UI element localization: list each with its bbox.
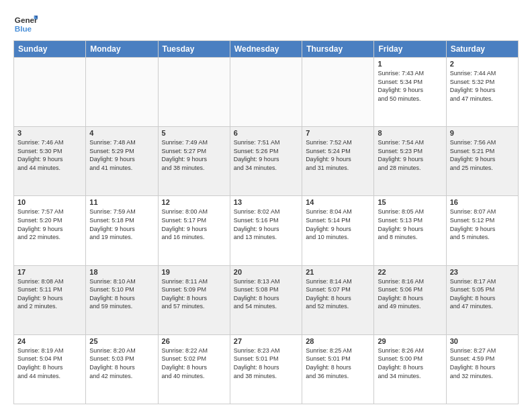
day-info: Sunrise: 8:20 AM Sunset: 5:03 PM Dayligh… xyxy=(89,347,154,380)
day-info: Sunrise: 7:59 AM Sunset: 5:18 PM Dayligh… xyxy=(89,208,154,241)
day-number: 4 xyxy=(89,129,154,137)
day-info: Sunrise: 8:10 AM Sunset: 5:10 PM Dayligh… xyxy=(89,277,154,311)
day-number: 23 xyxy=(450,268,515,276)
calendar-week-3: 10Sunrise: 7:57 AM Sunset: 5:20 PM Dayli… xyxy=(14,196,519,265)
day-number: 15 xyxy=(378,198,442,206)
calendar-cell: 28Sunrise: 8:25 AM Sunset: 5:01 PM Dayli… xyxy=(302,334,374,404)
day-info: Sunrise: 8:07 AM Sunset: 5:12 PM Dayligh… xyxy=(450,208,515,241)
day-number: 24 xyxy=(17,337,82,345)
calendar-table: SundayMondayTuesdayWednesdayThursdayFrid… xyxy=(13,40,519,404)
day-number: 19 xyxy=(162,268,226,276)
weekday-header-monday: Monday xyxy=(86,41,158,58)
calendar-cell: 16Sunrise: 8:07 AM Sunset: 5:12 PM Dayli… xyxy=(446,196,518,265)
calendar-cell: 30Sunrise: 8:27 AM Sunset: 4:59 PM Dayli… xyxy=(446,334,518,404)
day-info: Sunrise: 8:13 AM Sunset: 5:08 PM Dayligh… xyxy=(234,277,298,311)
day-number: 2 xyxy=(450,60,515,68)
day-number: 5 xyxy=(162,129,226,137)
day-number: 21 xyxy=(306,268,370,276)
weekday-header-tuesday: Tuesday xyxy=(158,41,230,58)
day-number: 18 xyxy=(89,268,154,276)
calendar-cell: 23Sunrise: 8:17 AM Sunset: 5:05 PM Dayli… xyxy=(446,265,518,334)
day-info: Sunrise: 8:25 AM Sunset: 5:01 PM Dayligh… xyxy=(306,347,370,380)
day-number: 13 xyxy=(234,198,298,206)
calendar-week-4: 17Sunrise: 8:08 AM Sunset: 5:11 PM Dayli… xyxy=(14,265,519,334)
calendar-week-2: 3Sunrise: 7:46 AM Sunset: 5:30 PM Daylig… xyxy=(14,127,519,196)
day-number: 6 xyxy=(234,129,298,137)
calendar-cell: 5Sunrise: 7:49 AM Sunset: 5:27 PM Daylig… xyxy=(158,127,230,196)
day-number: 7 xyxy=(306,129,370,137)
day-info: Sunrise: 8:16 AM Sunset: 5:06 PM Dayligh… xyxy=(378,277,442,311)
calendar-week-5: 24Sunrise: 8:19 AM Sunset: 5:04 PM Dayli… xyxy=(14,334,519,404)
day-number: 8 xyxy=(378,129,442,137)
day-info: Sunrise: 7:44 AM Sunset: 5:32 PM Dayligh… xyxy=(450,69,515,103)
calendar-cell: 13Sunrise: 8:02 AM Sunset: 5:16 PM Dayli… xyxy=(230,196,302,265)
day-number: 22 xyxy=(378,268,442,276)
logo: General Blue xyxy=(13,11,38,35)
day-info: Sunrise: 8:27 AM Sunset: 4:59 PM Dayligh… xyxy=(450,347,515,380)
calendar-cell: 22Sunrise: 8:16 AM Sunset: 5:06 PM Dayli… xyxy=(374,265,446,334)
calendar-cell: 14Sunrise: 8:04 AM Sunset: 5:14 PM Dayli… xyxy=(302,196,374,265)
calendar-cell: 4Sunrise: 7:48 AM Sunset: 5:29 PM Daylig… xyxy=(86,127,158,196)
calendar-cell xyxy=(14,58,86,127)
day-info: Sunrise: 7:51 AM Sunset: 5:26 PM Dayligh… xyxy=(234,138,298,172)
calendar-cell: 20Sunrise: 8:13 AM Sunset: 5:08 PM Dayli… xyxy=(230,265,302,334)
calendar-cell: 19Sunrise: 8:11 AM Sunset: 5:09 PM Dayli… xyxy=(158,265,230,334)
day-number: 17 xyxy=(17,268,82,276)
day-number: 14 xyxy=(306,198,370,206)
day-info: Sunrise: 8:08 AM Sunset: 5:11 PM Dayligh… xyxy=(17,277,82,311)
calendar-cell: 15Sunrise: 8:05 AM Sunset: 5:13 PM Dayli… xyxy=(374,196,446,265)
day-info: Sunrise: 8:17 AM Sunset: 5:05 PM Dayligh… xyxy=(450,277,515,311)
day-info: Sunrise: 8:00 AM Sunset: 5:17 PM Dayligh… xyxy=(162,208,226,241)
day-info: Sunrise: 7:43 AM Sunset: 5:34 PM Dayligh… xyxy=(378,69,442,103)
weekday-header-friday: Friday xyxy=(374,41,446,58)
day-info: Sunrise: 7:46 AM Sunset: 5:30 PM Dayligh… xyxy=(17,138,82,172)
day-number: 29 xyxy=(378,337,442,345)
page: General Blue SundayMondayTuesdayWednesda… xyxy=(0,0,532,411)
day-number: 30 xyxy=(450,337,515,345)
header: General Blue xyxy=(13,11,519,35)
calendar-cell: 2Sunrise: 7:44 AM Sunset: 5:32 PM Daylig… xyxy=(446,58,518,127)
calendar-cell: 26Sunrise: 8:22 AM Sunset: 5:02 PM Dayli… xyxy=(158,334,230,404)
calendar-cell: 7Sunrise: 7:52 AM Sunset: 5:24 PM Daylig… xyxy=(302,127,374,196)
day-info: Sunrise: 8:19 AM Sunset: 5:04 PM Dayligh… xyxy=(17,347,82,380)
svg-text:Blue: Blue xyxy=(15,24,32,33)
day-number: 26 xyxy=(162,337,226,345)
calendar-cell: 24Sunrise: 8:19 AM Sunset: 5:04 PM Dayli… xyxy=(14,334,86,404)
day-info: Sunrise: 7:52 AM Sunset: 5:24 PM Dayligh… xyxy=(306,138,370,172)
day-number: 9 xyxy=(450,129,515,137)
day-info: Sunrise: 7:48 AM Sunset: 5:29 PM Dayligh… xyxy=(89,138,154,172)
day-info: Sunrise: 7:56 AM Sunset: 5:21 PM Dayligh… xyxy=(450,138,515,172)
calendar-header-row: SundayMondayTuesdayWednesdayThursdayFrid… xyxy=(14,41,519,58)
weekday-header-saturday: Saturday xyxy=(446,41,518,58)
day-number: 25 xyxy=(89,337,154,345)
calendar-cell: 18Sunrise: 8:10 AM Sunset: 5:10 PM Dayli… xyxy=(86,265,158,334)
day-info: Sunrise: 8:05 AM Sunset: 5:13 PM Dayligh… xyxy=(378,208,442,241)
day-number: 27 xyxy=(234,337,298,345)
day-info: Sunrise: 7:49 AM Sunset: 5:27 PM Dayligh… xyxy=(162,138,226,172)
calendar-cell: 27Sunrise: 8:23 AM Sunset: 5:01 PM Dayli… xyxy=(230,334,302,404)
calendar-cell xyxy=(86,58,158,127)
weekday-header-thursday: Thursday xyxy=(302,41,374,58)
calendar-cell: 3Sunrise: 7:46 AM Sunset: 5:30 PM Daylig… xyxy=(14,127,86,196)
day-info: Sunrise: 8:26 AM Sunset: 5:00 PM Dayligh… xyxy=(378,347,442,380)
calendar-cell xyxy=(230,58,302,127)
calendar-cell: 9Sunrise: 7:56 AM Sunset: 5:21 PM Daylig… xyxy=(446,127,518,196)
calendar-cell: 1Sunrise: 7:43 AM Sunset: 5:34 PM Daylig… xyxy=(374,58,446,127)
calendar-cell xyxy=(158,58,230,127)
logo-icon: General Blue xyxy=(13,11,38,35)
calendar-cell: 17Sunrise: 8:08 AM Sunset: 5:11 PM Dayli… xyxy=(14,265,86,334)
day-number: 10 xyxy=(17,198,82,206)
weekday-header-wednesday: Wednesday xyxy=(230,41,302,58)
calendar-cell xyxy=(302,58,374,127)
day-info: Sunrise: 8:11 AM Sunset: 5:09 PM Dayligh… xyxy=(162,277,226,311)
day-info: Sunrise: 8:23 AM Sunset: 5:01 PM Dayligh… xyxy=(234,347,298,380)
calendar-cell: 6Sunrise: 7:51 AM Sunset: 5:26 PM Daylig… xyxy=(230,127,302,196)
day-info: Sunrise: 7:57 AM Sunset: 5:20 PM Dayligh… xyxy=(17,208,82,241)
day-number: 20 xyxy=(234,268,298,276)
weekday-header-sunday: Sunday xyxy=(14,41,86,58)
day-number: 11 xyxy=(89,198,154,206)
calendar-cell: 21Sunrise: 8:14 AM Sunset: 5:07 PM Dayli… xyxy=(302,265,374,334)
calendar-cell: 8Sunrise: 7:54 AM Sunset: 5:23 PM Daylig… xyxy=(374,127,446,196)
day-number: 12 xyxy=(162,198,226,206)
day-number: 28 xyxy=(306,337,370,345)
